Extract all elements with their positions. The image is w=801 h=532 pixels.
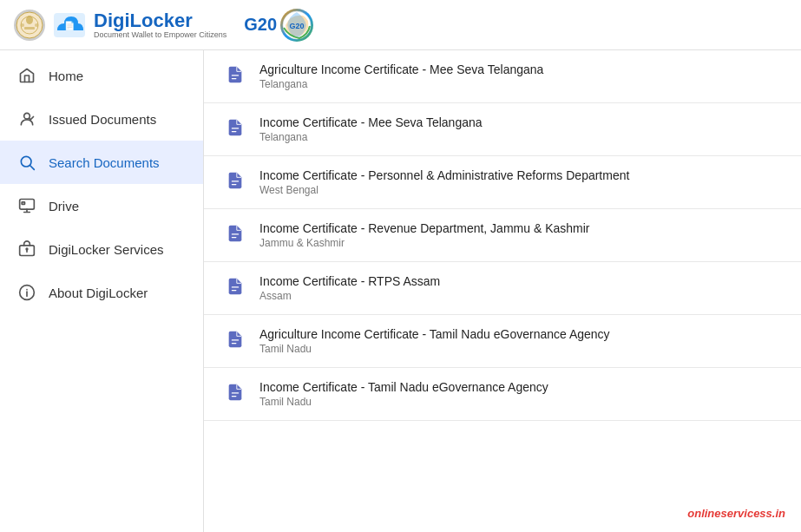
document-icon: [225, 170, 246, 191]
doc-list-item[interactable]: Income Certificate - Personnel & Adminis…: [204, 156, 801, 209]
svg-point-5: [35, 23, 38, 27]
content-area: Agriculture Income Certificate - Mee Sev…: [204, 50, 801, 532]
document-name: Agriculture Income Certificate - Mee Sev…: [259, 62, 780, 76]
document-icon: [225, 117, 246, 138]
government-emblem: [14, 10, 45, 41]
document-region: Telangana: [259, 78, 780, 90]
document-icon: [225, 223, 246, 244]
svg-point-17: [26, 248, 28, 250]
document-name: Income Certificate - RTPS Assam: [259, 274, 780, 288]
document-name: Income Certificate - Personnel & Adminis…: [259, 168, 780, 182]
brand-subtitle: Document Wallet to Empower Citizens: [94, 30, 227, 39]
g20-badge: G20 G20: [244, 9, 313, 42]
svg-text:G20: G20: [290, 22, 305, 30]
g20-label: G20: [244, 15, 277, 35]
document-region: Tamil Nadu: [259, 343, 780, 355]
sidebar-item-about[interactable]: About DigiLocker: [0, 271, 203, 314]
issued-documents-icon: [17, 109, 36, 128]
svg-line-12: [30, 166, 35, 170]
document-text: Income Certificate - Tamil Nadu eGoverna…: [259, 380, 780, 408]
document-region: Assam: [259, 290, 780, 302]
brand-name: DigiLocker: [94, 11, 227, 30]
sidebar-label-home: Home: [49, 69, 83, 83]
svg-point-2: [26, 16, 33, 24]
doc-list-item[interactable]: Agriculture Income Certificate - Mee Sev…: [204, 50, 801, 103]
doc-list-item[interactable]: Agriculture Income Certificate - Tamil N…: [204, 315, 801, 368]
about-icon: [17, 283, 36, 302]
sidebar-item-drive[interactable]: Drive: [0, 184, 203, 227]
drive-icon: [17, 196, 36, 215]
document-region: West Bengal: [259, 184, 780, 196]
document-text: Agriculture Income Certificate - Mee Sev…: [259, 62, 780, 90]
sidebar-label-about: About DigiLocker: [49, 286, 148, 300]
home-icon: [17, 66, 36, 85]
brand-text: DigiLocker Document Wallet to Empower Ci…: [94, 11, 227, 39]
sidebar-label-issued-documents: Issued Documents: [49, 112, 156, 127]
sidebar-label-search-documents: Search Documents: [49, 155, 160, 170]
sidebar-item-issued-documents[interactable]: Issued Documents: [0, 97, 203, 141]
document-region: Jammu & Kashmir: [259, 237, 780, 249]
document-icon: [225, 64, 246, 85]
sidebar-label-drive: Drive: [49, 199, 79, 213]
document-name: Income Certificate - Tamil Nadu eGoverna…: [259, 380, 780, 394]
document-region: Telangana: [259, 131, 780, 143]
g20-logo-circle: G20: [280, 9, 313, 42]
sidebar-item-home[interactable]: Home: [0, 54, 203, 97]
document-text: Income Certificate - Personnel & Adminis…: [259, 168, 780, 196]
document-list: Agriculture Income Certificate - Mee Sev…: [204, 50, 801, 421]
sidebar-item-search-documents[interactable]: Search Documents: [0, 141, 203, 184]
main-layout: Home Issued Documents Search Documents: [0, 50, 801, 532]
document-icon: [225, 329, 246, 350]
svg-text:📄: 📄: [64, 20, 76, 31]
doc-list-item[interactable]: Income Certificate - Tamil Nadu eGoverna…: [204, 368, 801, 421]
document-name: Income Certificate - Revenue Department,…: [259, 221, 780, 235]
doc-list-item[interactable]: Income Certificate - Revenue Department,…: [204, 209, 801, 262]
document-text: Income Certificate - RTPS Assam Assam: [259, 274, 780, 302]
document-name: Income Certificate - Mee Seva Telangana: [259, 115, 780, 129]
document-name: Agriculture Income Certificate - Tamil N…: [259, 327, 780, 341]
document-region: Tamil Nadu: [259, 396, 780, 408]
svg-rect-14: [22, 202, 24, 205]
document-icon: [225, 382, 246, 403]
search-documents-icon: [17, 153, 36, 172]
services-icon: [17, 240, 36, 259]
sidebar: Home Issued Documents Search Documents: [0, 50, 204, 532]
document-text: Agriculture Income Certificate - Tamil N…: [259, 327, 780, 355]
sidebar-item-digilocker-services[interactable]: DigiLocker Services: [0, 227, 203, 271]
document-text: Income Certificate - Revenue Department,…: [259, 221, 780, 249]
svg-rect-3: [24, 27, 35, 30]
header: 📄 DigiLocker Document Wallet to Empower …: [0, 0, 801, 50]
doc-list-item[interactable]: Income Certificate - RTPS Assam Assam: [204, 262, 801, 315]
doc-list-item[interactable]: Income Certificate - Mee Seva Telangana …: [204, 103, 801, 156]
svg-point-4: [21, 23, 24, 27]
document-text: Income Certificate - Mee Seva Telangana …: [259, 115, 780, 143]
document-icon: [225, 276, 246, 297]
logo-area: 📄 DigiLocker Document Wallet to Empower …: [14, 6, 313, 44]
digilocker-cloud-icon: 📄: [50, 6, 89, 44]
sidebar-label-services: DigiLocker Services: [49, 242, 164, 257]
